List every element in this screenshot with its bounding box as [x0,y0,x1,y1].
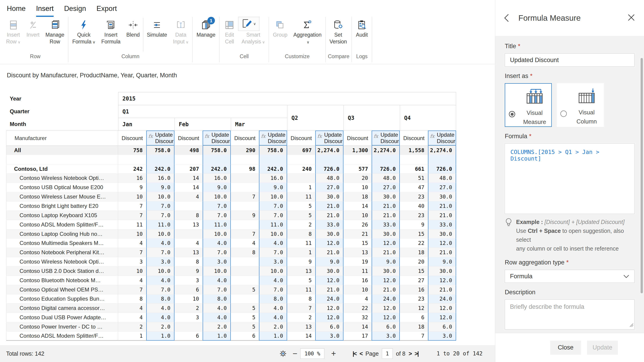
previous-page-button[interactable]: < [359,350,362,357]
pivot-cell[interactable]: 21 [344,229,372,238]
pivot-cell[interactable]: 48.0 [315,174,344,183]
pivot-cell[interactable]: 290 [231,146,259,155]
pivot-cell[interactable]: 1.0 [259,331,287,341]
pivot-cell[interactable]: 758.0 [203,146,231,155]
manage-button[interactable]: 1Manage [194,17,218,46]
col-header-year-2015[interactable]: 2015 [118,92,456,105]
pivot-cell[interactable]: 9 [231,211,259,220]
pivot-cell[interactable]: 10 [344,211,372,220]
pivot-cell[interactable]: 27 [400,276,428,285]
pivot-cell[interactable]: 7.0 [146,285,174,294]
radio-selected[interactable] [509,111,515,117]
pivot-cell[interactable]: 12.0 [315,313,344,322]
pivot-cell[interactable]: 16 [400,285,428,294]
formula-editor[interactable]: COLUMNS.[2015 > Q1 > Jan > Discount] [505,144,634,214]
pivot-cell[interactable]: 10 [344,285,372,294]
row-label[interactable]: Contoso ADSL Modem Splitter/F… [6,331,118,341]
pivot-cell[interactable]: 27.0 [315,183,344,192]
pivot-cell[interactable]: 6.0 [372,322,400,331]
pivot-cell[interactable]: 9.0 [259,183,287,192]
pivot-cell[interactable]: 27.0 [428,183,456,192]
pivot-cell[interactable]: 6.0 [428,322,456,331]
pivot-cell[interactable]: 23 [400,192,428,201]
col-header-discount[interactable]: Discount [231,131,259,146]
pivot-cell[interactable]: 24.0 [372,294,400,303]
tab-home[interactable]: Home [7,5,26,17]
pivot-cell[interactable]: 9 [287,257,315,266]
pivot-cell[interactable]: 13 [344,248,372,257]
col-header-q4[interactable]: Q4 [400,105,456,131]
pivot-cell[interactable]: 12.0 [372,238,400,248]
pivot-cell[interactable]: 14 [174,174,203,183]
pivot-cell[interactable]: 21.0 [315,201,344,211]
pivot-cell[interactable]: 8 [231,248,259,257]
pivot-cell[interactable]: 1 [118,331,146,341]
tab-insert[interactable]: Insert [36,5,54,17]
pivot-cell[interactable]: 4.0 [259,313,287,322]
pivot-cell[interactable]: 758.0 [259,146,287,155]
pivot-cell[interactable]: 10 [174,294,203,303]
pivot-cell[interactable]: 13 [287,322,315,331]
pivot-cell[interactable]: 12.0 [428,313,456,322]
pivot-cell[interactable]: 9.0 [315,257,344,266]
row-label[interactable]: Contoso Laptop Cooling Hub no… [6,229,118,238]
pivot-cell[interactable]: 7.0 [203,285,231,294]
pivot-cell[interactable]: 11 [287,285,315,294]
pivot-cell[interactable]: 4 [231,238,259,248]
pivot-cell[interactable]: 9 [174,266,203,276]
pivot-cell[interactable]: 758.0 [146,146,174,155]
pivot-cell[interactable]: 23 [400,211,428,220]
close-button[interactable]: Close [550,341,581,355]
first-page-button[interactable]: |< [352,350,356,357]
pivot-cell[interactable]: 32 [344,313,372,322]
resize-handle-icon[interactable] [629,323,634,328]
pivot-cell[interactable]: 4 [118,303,146,313]
pivot-cell[interactable]: 6.0 [315,322,344,331]
pivot-cell[interactable]: 8 [287,229,315,238]
pivot-cell[interactable]: 16 [344,276,372,285]
pivot-cell[interactable]: 4.0 [146,276,174,285]
row-label[interactable]: Contoso Power Inverter - DC to … [6,322,118,331]
pivot-cell[interactable]: 12.0 [315,303,344,313]
pivot-cell[interactable]: 15 [344,238,372,248]
pivot-cell[interactable]: 6 [231,331,259,341]
row-label[interactable]: All [6,146,118,155]
pivot-cell[interactable] [174,229,203,238]
pivot-cell[interactable]: 9.0 [146,183,174,192]
pivot-cell[interactable]: 12.0 [372,276,400,285]
pivot-cell[interactable]: 14 [287,331,315,341]
row-aggregation-select[interactable]: Formula [505,270,634,283]
pivot-cell[interactable]: 21.0 [428,248,456,257]
row-label[interactable]: Contoso USB 2.0 Dock Station d… [6,266,118,276]
pivot-cell[interactable] [231,294,259,303]
pivot-cell[interactable]: 11 [287,192,315,201]
pivot-cell[interactable]: 15 [400,229,428,238]
pivot-cell[interactable] [231,183,259,192]
quick-formula-button[interactable]: QuickFormula∨ [69,17,98,46]
pivot-cell[interactable]: 10 [118,229,146,238]
row-label[interactable]: Contoso Notebook Peripheral Kit… [6,248,118,257]
pivot-cell[interactable] [231,257,259,266]
pivot-cell[interactable]: 10 [118,266,146,276]
pivot-cell[interactable] [174,322,203,331]
pivot-cell[interactable]: 21.0 [315,248,344,257]
pivot-cell[interactable]: 12.0 [372,313,400,322]
pivot-cell[interactable]: 4.0 [259,276,287,285]
pivot-cell[interactable]: 7.0 [146,201,174,211]
pivot-cell[interactable]: 4.0 [203,238,231,248]
pivot-cell[interactable]: 5 [287,211,315,220]
pivot-cell[interactable]: 20 [400,257,428,266]
pivot-cell[interactable]: 4 [344,294,372,303]
pivot-cell[interactable]: 30.0 [428,192,456,201]
row-label[interactable]: Contoso Bluetooth Notebook M… [6,276,118,285]
pivot-cell[interactable]: 12.0 [428,238,456,248]
pivot-cell[interactable] [287,174,315,183]
pivot-cell[interactable]: 2 [287,313,315,322]
pivot-cell[interactable]: 7 [287,303,315,313]
col-header-discount[interactable]: Discount [174,131,203,146]
pivot-cell[interactable]: 240 [287,164,315,174]
pivot-cell[interactable]: 12.0 [428,276,456,285]
col-header-updated-discount[interactable]: fxUpdateDiscour [428,131,456,146]
pivot-cell[interactable]: 9 [118,183,146,192]
zoom-out-button[interactable]: − [292,349,297,358]
